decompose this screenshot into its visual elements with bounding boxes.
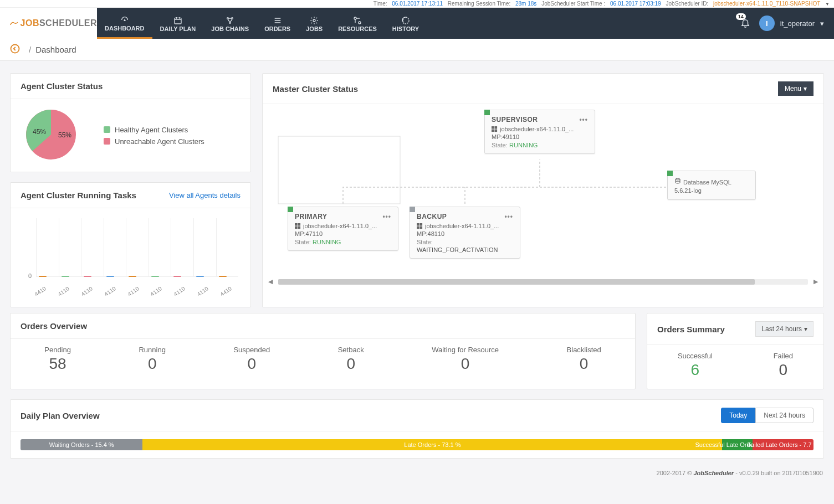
- summary-range-dropdown[interactable]: Last 24 hours▾: [755, 321, 813, 337]
- node-more-icon[interactable]: •••: [579, 116, 588, 124]
- node-state: WAITING_FOR_ACTIVATION: [417, 246, 498, 253]
- tasks-title: Agent Cluster Running Tasks: [21, 191, 136, 200]
- stat-label: Waiting for Resource: [432, 346, 499, 354]
- agent-cluster-status-card: Agent Cluster Status 45% 55% Healthy Age…: [10, 73, 251, 172]
- status-indicator-icon: [667, 171, 673, 176]
- nav-daily-plan[interactable]: DAILY PLAN: [152, 8, 204, 39]
- crumb-page: Dashboard: [35, 45, 76, 54]
- nav-icon: [173, 16, 183, 25]
- time-label: Time:: [373, 1, 387, 7]
- avatar: I: [759, 16, 775, 31]
- node-more-icon[interactable]: •••: [382, 213, 391, 220]
- footer-copyright: 2002-2017 ©: [657, 470, 692, 476]
- agent-running-tasks-card: Agent Cluster Running Tasks View all Age…: [10, 182, 251, 307]
- tasks-xlabel: 4410: [217, 276, 242, 297]
- user-name: it_operator: [780, 19, 815, 28]
- footer: 2002-2017 © JobScheduler - v0.0.29 built…: [0, 464, 834, 484]
- node-mp: MP:49110: [492, 133, 588, 140]
- jsid-value[interactable]: jobscheduler-x64-1.11.0_7110-SNAPSHOT: [713, 1, 820, 7]
- stat-setback[interactable]: Setback0: [338, 346, 364, 373]
- master-menu-button[interactable]: Menu▾: [778, 81, 813, 96]
- nav-icon: [225, 16, 235, 25]
- svg-point-4: [313, 19, 315, 22]
- daily-plan-card: Daily Plan Overview Today Next 24 hours …: [10, 399, 824, 459]
- node-host: jobscheduler-x64-1.11.0_...: [303, 223, 377, 229]
- next-24h-button[interactable]: Next 24 hours: [755, 408, 813, 423]
- plan-segment[interactable]: Late Orders - 73.1 %: [142, 439, 722, 450]
- stat-pending[interactable]: Pending58: [44, 346, 71, 373]
- stat-value: 0: [338, 355, 364, 373]
- stat-failed[interactable]: Failed0: [774, 352, 793, 379]
- supervisor-node[interactable]: SUPERVISOR••• jobscheduler-x64-1.11.0_..…: [484, 110, 595, 154]
- scroll-right-icon[interactable]: ▶: [811, 278, 820, 285]
- svg-rect-12: [495, 126, 498, 129]
- daily-plan-range-toggle: Today Next 24 hours: [721, 408, 813, 423]
- scroll-left-icon[interactable]: ◀: [266, 278, 275, 285]
- stat-suspended[interactable]: Suspended0: [233, 346, 270, 373]
- today-button[interactable]: Today: [721, 408, 755, 423]
- svg-rect-21: [417, 226, 419, 229]
- svg-rect-19: [417, 223, 419, 226]
- backup-node[interactable]: BACKUP••• jobscheduler-x64-1.11.0_... MP…: [410, 207, 520, 259]
- legend-unreachable: Unreachable Agent Clusters: [115, 137, 204, 146]
- nav-history[interactable]: HISTORY: [385, 8, 427, 39]
- stat-value: 6: [678, 361, 713, 379]
- nav-icon: [120, 15, 130, 25]
- legend-swatch-healthy: [104, 126, 110, 133]
- caret-down-icon: ▾: [804, 85, 807, 92]
- nav-job-chains[interactable]: JOB CHAINS: [203, 8, 257, 39]
- node-title: BACKUP: [417, 213, 447, 220]
- svg-point-3: [229, 22, 231, 24]
- orders-summary-title: Orders Summary: [657, 325, 725, 334]
- node-host: jobscheduler-x64-1.11.0_...: [500, 126, 574, 132]
- diagram-scrollbar[interactable]: ◀ ▶: [263, 276, 823, 287]
- node-state-label: State:: [417, 239, 433, 245]
- svg-rect-11: [492, 126, 494, 129]
- svg-rect-16: [298, 223, 301, 226]
- db-title: Database MySQL: [683, 179, 731, 186]
- svg-rect-13: [492, 129, 494, 132]
- stat-label: Setback: [338, 346, 364, 354]
- stat-waiting-for-resource[interactable]: Waiting for Resource0: [432, 346, 499, 373]
- plan-segment[interactable]: Failed Late Orders - 7.7 %: [753, 439, 813, 450]
- stat-blacklisted[interactable]: Blacklisted0: [567, 346, 601, 373]
- footer-tail: - v0.0.29 built on 201701051900: [735, 470, 823, 476]
- stat-label: Blacklisted: [567, 346, 601, 354]
- notifications[interactable]: 14: [740, 18, 750, 29]
- master-title: Master Cluster Status: [273, 84, 358, 94]
- windows-icon: [295, 223, 301, 229]
- time-value: 06.01.2017 17:13:11: [392, 1, 443, 7]
- svg-rect-0: [175, 18, 181, 24]
- user-menu[interactable]: I it_operator ▾: [759, 16, 824, 31]
- logo-text-a: JOB: [21, 18, 39, 28]
- logo[interactable]: JOBSCHEDULER: [0, 8, 97, 39]
- stat-successful[interactable]: Successful6: [678, 352, 713, 379]
- node-state: RUNNING: [509, 142, 538, 148]
- view-all-agents-link[interactable]: View all Agents details: [169, 191, 241, 199]
- status-caret-icon[interactable]: ▼: [825, 1, 830, 8]
- node-state-label: State:: [492, 142, 508, 148]
- tasks-xlabel: 4110: [78, 276, 103, 297]
- nav-jobs[interactable]: JOBS: [298, 8, 330, 39]
- nav-resources[interactable]: RESOURCES: [330, 8, 385, 39]
- database-node[interactable]: Database MySQL 5.6.21-log: [667, 171, 756, 200]
- agent-status-pie: 45% 55%: [21, 107, 87, 164]
- plan-segment[interactable]: Waiting Orders - 15.4 %: [21, 439, 142, 450]
- main-nav: DASHBOARDDAILY PLANJOB CHAINSORDERSJOBSR…: [97, 8, 834, 39]
- stat-label: Successful: [678, 352, 713, 360]
- tasks-chart: 0 441041104110411041104110411041104410: [21, 216, 241, 299]
- daily-plan-title: Daily Plan Overview: [21, 411, 100, 420]
- back-icon[interactable]: [10, 44, 20, 56]
- svg-point-2: [232, 18, 233, 19]
- windows-icon: [492, 126, 498, 132]
- stat-label: Pending: [44, 346, 71, 354]
- tasks-xlabel: 4110: [55, 276, 79, 297]
- node-more-icon[interactable]: •••: [504, 213, 513, 220]
- status-bar: Time: 06.01.2017 17:13:11 Remaining Sess…: [0, 0, 834, 8]
- primary-node[interactable]: PRIMARY••• jobscheduler-x64-1.11.0_... M…: [288, 207, 398, 251]
- stat-running[interactable]: Running0: [139, 346, 165, 373]
- nav-dashboard[interactable]: DASHBOARD: [97, 8, 152, 39]
- nav-orders[interactable]: ORDERS: [257, 8, 298, 39]
- stat-label: Suspended: [233, 346, 270, 354]
- pie-label-unreachable: 55%: [58, 131, 71, 139]
